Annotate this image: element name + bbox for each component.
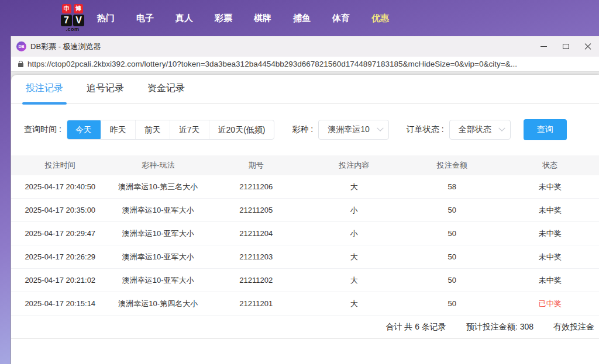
cell-bet-content: 大 bbox=[305, 275, 404, 286]
order-status-select[interactable]: 全部状态 bbox=[449, 120, 511, 140]
col-header-status: 状态 bbox=[501, 160, 599, 171]
col-header-bet-content: 投注内容 bbox=[305, 160, 404, 171]
site-favicon: DB bbox=[16, 41, 26, 51]
cell-lottery-play: 澳洲幸运10-亚军大小 bbox=[109, 205, 208, 216]
tab-chase-records[interactable]: 追号记录 bbox=[87, 82, 124, 103]
page-content: 投注记录 追号记录 资金记录 查询时间 : 今天 昨天 前天 近7天 bbox=[11, 72, 599, 364]
cell-lottery-play: 澳洲幸运10-第四名大小 bbox=[109, 299, 208, 309]
logo-letter: 7 bbox=[61, 15, 72, 26]
cell-status: 未中奖 bbox=[501, 205, 599, 216]
time-option-7days[interactable]: 近7天 bbox=[170, 120, 209, 139]
active-tab-underline bbox=[22, 102, 67, 105]
time-range-group: 今天 昨天 前天 近7天 近20天(低频) bbox=[67, 120, 275, 140]
cell-issue: 21211201 bbox=[207, 299, 305, 308]
record-tabs: 投注记录 追号记录 资金记录 bbox=[11, 75, 599, 104]
time-option-day-before[interactable]: 前天 bbox=[135, 120, 170, 139]
cell-bet-time: 2025-04-17 20:21:02 bbox=[11, 276, 109, 285]
close-icon bbox=[584, 43, 591, 50]
cell-bet-amount: 50 bbox=[403, 299, 501, 308]
cell-issue: 21211203 bbox=[207, 252, 305, 261]
cell-bet-time: 2025-04-17 20:35:00 bbox=[11, 206, 109, 214]
cell-status-won: 已中奖 bbox=[501, 299, 599, 309]
minimize-icon bbox=[541, 46, 547, 47]
logo-letters: 7 V bbox=[61, 15, 84, 26]
lock-icon bbox=[18, 63, 23, 67]
col-header-bet-time: 投注时间 bbox=[11, 160, 109, 171]
logo-suffix: .com bbox=[66, 26, 79, 32]
table-row: 2025-04-17 20:26:29 澳洲幸运10-亚军大小 21211203… bbox=[11, 245, 599, 269]
browser-window: DB DB彩票 - 极速浏览器 https://ctop02pcali.2kbx… bbox=[11, 36, 599, 364]
nav-item-lottery[interactable]: 彩票 bbox=[215, 13, 232, 24]
summary-valid-amount: 有效投注金 bbox=[553, 322, 594, 332]
table-row: 2025-04-17 20:40:50 澳洲幸运10-第三名大小 2121120… bbox=[11, 175, 599, 199]
nav-item-chess[interactable]: 棋牌 bbox=[254, 13, 271, 24]
cell-status: 未中奖 bbox=[501, 228, 599, 239]
cell-bet-time: 2025-04-17 20:26:29 bbox=[11, 252, 109, 261]
minimize-button[interactable] bbox=[532, 36, 555, 57]
nav-item-electronic[interactable]: 电子 bbox=[136, 13, 154, 24]
summary-row: 合计 共 6 条记录 预计投注金额: 308 有效投注金 bbox=[11, 316, 599, 339]
cell-issue: 21211204 bbox=[207, 229, 305, 238]
cell-bet-time: 2025-04-17 20:15:14 bbox=[11, 299, 109, 308]
tab-label: 资金记录 bbox=[147, 83, 185, 93]
close-button[interactable] bbox=[577, 36, 599, 57]
cell-bet-content: 小 bbox=[305, 228, 404, 239]
time-option-today[interactable]: 今天 bbox=[67, 120, 101, 140]
cell-bet-content: 大 bbox=[305, 252, 404, 262]
cell-bet-amount: 50 bbox=[403, 229, 501, 238]
lottery-type-select[interactable]: 澳洲幸运10 bbox=[318, 120, 389, 140]
records-card: 投注记录 追号记录 资金记录 查询时间 : 今天 昨天 前天 近7天 bbox=[11, 75, 599, 364]
cell-lottery-play: 澳洲幸运10-亚军大小 bbox=[109, 252, 208, 262]
lottery-type-value: 澳洲幸运10 bbox=[328, 124, 370, 135]
cell-issue: 21211202 bbox=[207, 276, 305, 285]
time-option-yesterday[interactable]: 昨天 bbox=[101, 120, 135, 139]
chevron-down-icon bbox=[377, 125, 383, 131]
chevron-down-icon bbox=[498, 125, 505, 131]
cell-lottery-play: 澳洲幸运10-亚军大小 bbox=[109, 275, 208, 286]
order-status-label: 订单状态 : bbox=[407, 124, 444, 135]
cell-bet-content: 大 bbox=[305, 299, 404, 309]
tab-fund-records[interactable]: 资金记录 bbox=[147, 82, 185, 103]
cell-issue: 21211206 bbox=[207, 182, 305, 191]
tab-bet-records[interactable]: 投注记录 bbox=[26, 82, 63, 103]
table-row: 2025-04-17 20:35:00 澳洲幸运10-亚军大小 21211205… bbox=[11, 199, 599, 222]
nav-item-live[interactable]: 真人 bbox=[175, 13, 193, 24]
window-title: DB彩票 - 极速浏览器 bbox=[30, 41, 101, 52]
nav-item-sports[interactable]: 体育 bbox=[332, 13, 350, 24]
logo-badges: 申 博 bbox=[62, 4, 83, 13]
col-header-lottery-play: 彩种-玩法 bbox=[109, 160, 208, 171]
table-row: 2025-04-17 20:15:14 澳洲幸运10-第四名大小 2121120… bbox=[11, 292, 599, 316]
cell-bet-time: 2025-04-17 20:40:50 bbox=[11, 182, 109, 191]
site-logo: 申 博 7 V .com bbox=[61, 4, 84, 32]
logo-badge: 申 bbox=[62, 4, 71, 13]
cell-bet-amount: 50 bbox=[403, 206, 501, 214]
col-header-issue: 期号 bbox=[207, 160, 305, 171]
nav-item-fishing[interactable]: 捕鱼 bbox=[293, 13, 311, 24]
cell-status: 未中奖 bbox=[501, 252, 599, 262]
cell-issue: 21211205 bbox=[207, 206, 305, 214]
table-row: 2025-04-17 20:21:02 澳洲幸运10-亚军大小 21211202… bbox=[11, 269, 599, 292]
address-bar[interactable]: https://ctop02pcali.2kbxi392.com/lottery… bbox=[11, 57, 599, 72]
cell-bet-content: 小 bbox=[305, 205, 404, 216]
nav-item-hot[interactable]: 热门 bbox=[97, 13, 115, 24]
time-option-20days[interactable]: 近20天(低频) bbox=[209, 120, 274, 139]
cell-bet-content: 大 bbox=[305, 182, 404, 192]
logo-badge: 博 bbox=[74, 4, 83, 13]
filter-row: 查询时间 : 今天 昨天 前天 近7天 近20天(低频) 彩种 : 澳洲幸运10… bbox=[24, 119, 599, 140]
site-header: 申 博 7 V .com 热门 电子 真人 彩票 棋牌 捕鱼 体育 优惠 bbox=[0, 0, 599, 36]
cell-bet-amount: 58 bbox=[403, 182, 501, 191]
url-text: https://ctop02pcali.2kbxi392.com/lottery… bbox=[27, 60, 517, 68]
browser-titlebar[interactable]: DB DB彩票 - 极速浏览器 bbox=[11, 36, 599, 57]
nav-item-promo[interactable]: 优惠 bbox=[371, 13, 389, 24]
maximize-button[interactable] bbox=[555, 36, 577, 57]
cell-lottery-play: 澳洲幸运10-第三名大小 bbox=[109, 182, 208, 192]
summary-expected-amount: 预计投注金额: 308 bbox=[466, 322, 533, 332]
site-nav: 热门 电子 真人 彩票 棋牌 捕鱼 体育 优惠 bbox=[97, 13, 389, 24]
cell-lottery-play: 澳洲幸运10-亚军大小 bbox=[109, 228, 208, 239]
tab-label: 投注记录 bbox=[26, 83, 63, 93]
lottery-type-label: 彩种 : bbox=[292, 124, 313, 135]
cell-bet-amount: 50 bbox=[403, 252, 501, 261]
cell-bet-amount: 50 bbox=[403, 276, 501, 285]
query-button[interactable]: 查询 bbox=[524, 119, 567, 140]
window-controls bbox=[532, 36, 599, 57]
